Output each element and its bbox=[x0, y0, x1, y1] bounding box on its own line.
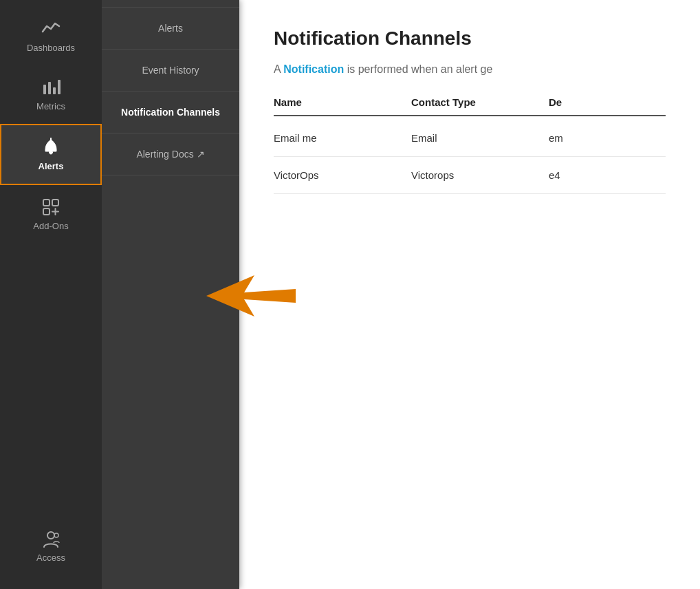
alerts-submenu: Alerts Event History Notification Channe… bbox=[102, 0, 239, 589]
sidebar: Dashboards Metrics Alerts bbox=[0, 0, 102, 589]
sidebar-item-label-access: Access bbox=[36, 553, 65, 563]
svg-point-10 bbox=[47, 532, 54, 539]
subtitle-link[interactable]: Notification bbox=[283, 63, 344, 75]
sidebar-item-dashboards[interactable]: Dashboards bbox=[0, 7, 102, 65]
row-2-detail: e4 bbox=[549, 169, 666, 181]
submenu-item-event-history[interactable]: Event History bbox=[102, 50, 239, 92]
page-title: Notification Channels bbox=[274, 28, 666, 50]
svg-rect-8 bbox=[52, 200, 58, 206]
svg-rect-3 bbox=[58, 80, 61, 94]
table-header: Name Contact Type De bbox=[274, 96, 666, 116]
svg-rect-9 bbox=[43, 208, 50, 215]
alerts-icon bbox=[41, 138, 61, 157]
row-2-name: VictorOps bbox=[274, 169, 411, 181]
row-2-contact-type: Victorops bbox=[411, 169, 549, 181]
submenu-item-alerts[interactable]: Alerts bbox=[102, 7, 239, 50]
access-icon bbox=[41, 529, 61, 548]
sidebar-item-addons[interactable]: Add-Ons bbox=[0, 185, 102, 244]
svg-rect-0 bbox=[43, 85, 46, 94]
submenu-label-event-history: Event History bbox=[142, 65, 199, 76]
sidebar-item-label-metrics: Metrics bbox=[36, 101, 65, 111]
metrics-icon bbox=[41, 78, 61, 97]
subtitle: A Notification is performed when an aler… bbox=[274, 63, 666, 76]
submenu-item-alerting-docs[interactable]: Alerting Docs ↗ bbox=[102, 133, 239, 175]
table-row[interactable]: VictorOps Victorops e4 bbox=[274, 157, 666, 194]
col-header-contact-type: Contact Type bbox=[411, 96, 549, 108]
main-content: Notification Channels A Notification is … bbox=[239, 0, 700, 589]
svg-rect-1 bbox=[48, 82, 51, 94]
table-row[interactable]: Email me Email em bbox=[274, 120, 666, 157]
sidebar-item-access[interactable]: Access bbox=[0, 517, 102, 575]
subtitle-suffix: is performed when an alert ge bbox=[344, 63, 492, 75]
svg-point-5 bbox=[50, 152, 52, 155]
svg-rect-2 bbox=[53, 87, 56, 94]
sidebar-item-label-alerts: Alerts bbox=[39, 161, 64, 171]
row-1-name: Email me bbox=[274, 132, 411, 144]
dashboards-icon bbox=[41, 19, 61, 39]
notification-channels-table: Name Contact Type De Email me Email em V… bbox=[274, 96, 666, 194]
sidebar-item-label-dashboards: Dashboards bbox=[27, 43, 75, 53]
col-header-name: Name bbox=[274, 96, 411, 108]
submenu-label-alerting-docs: Alerting Docs ↗ bbox=[136, 149, 204, 160]
sidebar-item-alerts[interactable]: Alerts bbox=[0, 124, 102, 185]
submenu-label-alerts: Alerts bbox=[158, 23, 183, 34]
sidebar-item-metrics[interactable]: Metrics bbox=[0, 65, 102, 124]
sidebar-item-label-addons: Add-Ons bbox=[33, 221, 68, 231]
submenu-item-notification-channels[interactable]: Notification Channels bbox=[102, 92, 239, 133]
col-header-detail: De bbox=[549, 96, 666, 108]
svg-rect-7 bbox=[43, 200, 50, 206]
addons-icon bbox=[41, 197, 61, 217]
submenu-label-notification-channels: Notification Channels bbox=[121, 107, 220, 118]
subtitle-prefix: A bbox=[274, 63, 283, 75]
row-1-contact-type: Email bbox=[411, 132, 549, 144]
row-1-detail: em bbox=[549, 132, 666, 144]
